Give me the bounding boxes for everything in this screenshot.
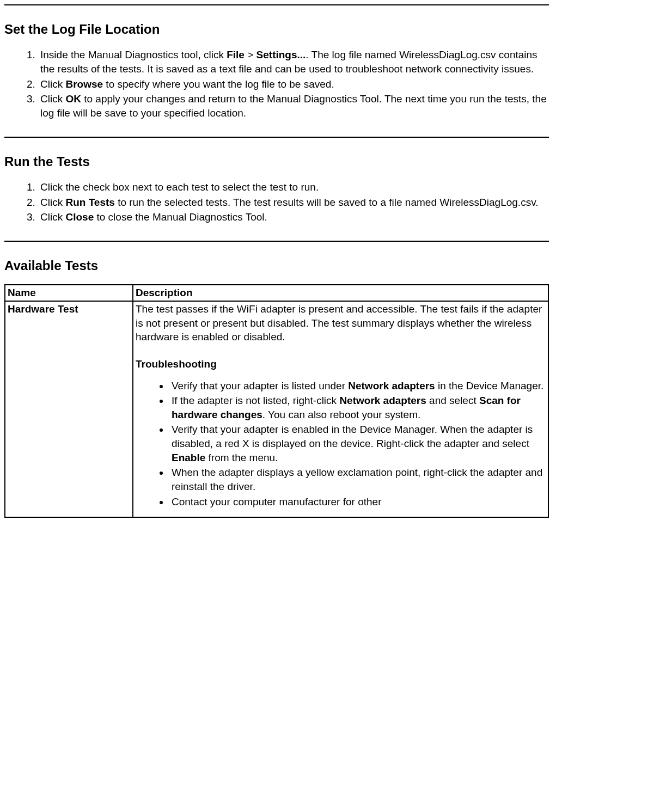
description-paragraph: The test passes if the WiFi adapter is p…	[136, 302, 546, 344]
bold-text: Settings...	[256, 49, 306, 60]
list-item: Click Browse to specify where you want t…	[38, 77, 549, 91]
text: Click	[40, 211, 65, 223]
test-name-cell: Hardware Test	[5, 301, 133, 517]
text: to apply your changes and return to the …	[40, 93, 547, 119]
list-item: Click OK to apply your changes and retur…	[38, 92, 549, 120]
bold-text: Network adapters	[348, 380, 435, 391]
bold-text: Enable	[172, 452, 205, 463]
bold-text: Run Tests	[65, 197, 114, 208]
text: Click the check box next to each test to…	[40, 181, 319, 193]
text: to run the selected tests. The test resu…	[115, 197, 539, 208]
list-item: Click the check box next to each test to…	[38, 180, 549, 194]
bold-text: Close	[65, 211, 94, 223]
table-header-row: Name Description	[5, 285, 548, 301]
list-item: Verify that your adapter is listed under…	[169, 379, 546, 393]
set-log-file-steps: Inside the Manual Diagnostics tool, clic…	[4, 48, 549, 120]
list-item: Inside the Manual Diagnostics tool, clic…	[38, 48, 549, 76]
text: Inside the Manual Diagnostics tool, clic…	[40, 49, 227, 60]
text: Click	[40, 78, 65, 90]
table-row: Hardware Test The test passes if the WiF…	[5, 301, 548, 517]
table-header-description: Description	[133, 285, 548, 301]
list-item: Click Close to close the Manual Diagnost…	[38, 210, 549, 224]
table-header-name: Name	[5, 285, 133, 301]
run-tests-steps: Click the check box next to each test to…	[4, 180, 549, 224]
available-tests-table: Name Description Hardware Test The test …	[4, 284, 549, 518]
troubleshooting-heading: Troubleshooting	[136, 357, 546, 371]
text: Contact your computer manufacturer for o…	[172, 496, 381, 507]
heading-run-the-tests: Run the Tests	[4, 153, 549, 170]
test-description-cell: The test passes if the WiFi adapter is p…	[133, 301, 548, 517]
text: . You can also reboot your system.	[262, 409, 420, 420]
list-item: Contact your computer manufacturer for o…	[169, 495, 546, 509]
text: When the adapter displays a yellow excla…	[172, 467, 542, 492]
list-item: When the adapter displays a yellow excla…	[169, 466, 546, 493]
bold-text: Browse	[65, 78, 103, 90]
list-item: If the adapter is not listed, right-clic…	[169, 394, 546, 421]
troubleshooting-list: Verify that your adapter is listed under…	[136, 379, 546, 509]
top-rule	[4, 4, 549, 5]
bold-text: OK	[65, 93, 81, 105]
text: Click	[40, 197, 65, 208]
bold-text: File	[227, 49, 245, 60]
text: and select	[426, 395, 479, 406]
text: Click	[40, 93, 65, 105]
bold-text: Network adapters	[339, 395, 426, 406]
text: to close the Manual Diagnostics Tool.	[94, 211, 267, 223]
text: Verify that your adapter is enabled in t…	[172, 424, 533, 449]
text: to specify where you want the log file t…	[103, 78, 334, 90]
list-item: Click Run Tests to run the selected test…	[38, 195, 549, 210]
text: If the adapter is not listed, right-clic…	[172, 395, 339, 406]
text: >	[245, 49, 256, 60]
text: from the menu.	[205, 452, 278, 463]
heading-available-tests: Available Tests	[4, 257, 549, 274]
text: Verify that your adapter is listed under	[172, 380, 348, 391]
section-divider	[4, 241, 549, 242]
text: in the Device Manager.	[435, 380, 544, 391]
heading-set-log-file-location: Set the Log File Location	[4, 21, 549, 38]
list-item: Verify that your adapter is enabled in t…	[169, 423, 546, 464]
section-divider	[4, 137, 549, 138]
